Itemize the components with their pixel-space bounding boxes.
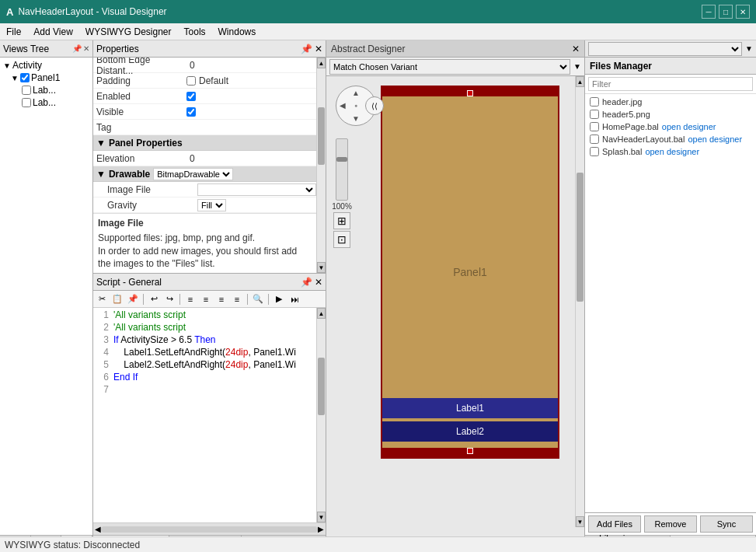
variant-arrow[interactable]: ▼ — [573, 62, 581, 71]
script-btn-indent2[interactable]: ≡ — [199, 292, 213, 306]
canvas-area[interactable]: Panel1 Label1 Label2 — [381, 79, 584, 540]
properties-vscroll[interactable]: ▲ ▼ — [316, 58, 326, 273]
script-btn-run[interactable]: ▶ — [272, 292, 286, 306]
script-btn-indent3[interactable]: ≡ — [214, 292, 228, 306]
nav-cell-w[interactable]: ◀ — [336, 100, 350, 113]
files-top-expand[interactable]: ▼ — [745, 44, 753, 53]
prop-scroll-down[interactable]: ▼ — [317, 262, 326, 273]
app-icon: A — [6, 6, 13, 18]
designer-scroll-up[interactable]: ▲ — [576, 76, 584, 87]
script-btn-step[interactable]: ⏭ — [287, 292, 301, 306]
designer-scroll-track[interactable] — [576, 87, 584, 516]
designer-scroll-down[interactable]: ▼ — [576, 516, 584, 527]
menu-add-view[interactable]: Add View — [27, 25, 78, 39]
script-scroll-track[interactable] — [317, 319, 326, 512]
label1-bar[interactable]: Label1 — [382, 398, 558, 418]
script-hscroll[interactable] — [101, 526, 318, 533]
nav-cell-n[interactable]: ▲ — [350, 86, 363, 100]
prop-dropdown-image-file[interactable] — [197, 183, 316, 196]
menu-wysiwyg[interactable]: WYSIWYG Designer — [79, 25, 178, 39]
files-filter-input[interactable] — [588, 77, 753, 91]
file-item-header5png[interactable]: header5.png — [585, 108, 756, 121]
zoom-fit-button[interactable]: ⊞ — [333, 212, 350, 229]
prop-scroll-track[interactable] — [317, 68, 326, 262]
file-item-headerjpg[interactable]: header.jpg — [585, 96, 756, 108]
minimize-button[interactable]: ─ — [702, 5, 716, 19]
menu-file[interactable]: File — [0, 25, 27, 39]
tree-checkbox-panel1[interactable] — [20, 73, 30, 82]
prop-checkbox-visible[interactable] — [186, 107, 196, 117]
file-checkbox-header5png[interactable] — [590, 110, 599, 119]
script-btn-search[interactable]: 🔍 — [251, 292, 265, 306]
file-checkbox-headerjpg[interactable] — [590, 97, 599, 107]
sync-button[interactable]: Sync — [700, 515, 753, 533]
tree-item-label2[interactable]: Lab... — [0, 96, 92, 109]
prop-value-elevation: 0 — [186, 153, 316, 164]
tree-item-activity[interactable]: ▼ Activity — [0, 59, 92, 72]
script-scroll-up[interactable]: ▲ — [317, 308, 326, 319]
activity-handle-top[interactable] — [467, 90, 473, 96]
prop-section-expand-panel: ▼ — [96, 138, 106, 148]
script-vscroll[interactable]: ▲ ▼ — [316, 308, 326, 522]
file-checkbox-homepage[interactable] — [590, 122, 599, 131]
script-btn-indent1[interactable]: ≡ — [183, 292, 197, 306]
variant-select[interactable]: Match Chosen Variant — [329, 59, 570, 75]
nav-cell-center[interactable]: ● — [350, 100, 363, 113]
views-tree-pin-icon[interactable]: 📌 — [72, 44, 82, 53]
tree-checkbox-label1[interactable] — [22, 86, 31, 95]
script-hscroll-wrap[interactable]: ◀ ▶ — [93, 522, 326, 535]
script-hscroll-left[interactable]: ◀ — [95, 525, 101, 533]
script-pin-icon[interactable]: 📌 — [301, 277, 312, 288]
prop-dropdown-drawable[interactable]: BitmapDrawable — [153, 168, 233, 180]
files-top-select[interactable] — [588, 42, 742, 56]
maximize-button[interactable]: □ — [719, 5, 733, 19]
file-item-navheader[interactable]: NavHeaderLayout.bal open designer — [585, 133, 756, 145]
tree-item-panel1[interactable]: ▼ Panel1 — [0, 72, 92, 84]
zoom-slider[interactable] — [336, 138, 348, 201]
prop-checkbox-padding[interactable] — [186, 76, 196, 86]
tree-item-label1[interactable]: Lab... — [0, 84, 92, 96]
file-item-splash[interactable]: Splash.bal open designer — [585, 145, 756, 158]
views-tree-close-icon[interactable]: ✕ — [83, 44, 89, 53]
designer-vscroll[interactable]: ▲ ▼ — [575, 76, 584, 527]
prop-checkbox-enabled[interactable] — [186, 92, 196, 101]
script-btn-paste[interactable]: 📌 — [126, 292, 140, 306]
prop-scroll-up[interactable]: ▲ — [317, 58, 326, 68]
views-tree-content: ▼ Activity ▼ Panel1 Lab... Lab... — [0, 58, 92, 535]
menu-windows[interactable]: Windows — [212, 25, 263, 39]
menu-tools[interactable]: Tools — [178, 25, 212, 39]
close-button[interactable]: ✕ — [736, 5, 750, 19]
properties-pin-icon[interactable]: 📌 — [301, 44, 312, 54]
nav-cell-s[interactable]: ▼ — [350, 112, 363, 125]
image-file-note-title: Image File — [98, 217, 312, 230]
file-link-navheader[interactable]: open designer — [688, 135, 742, 144]
script-btn-cut[interactable]: ✂ — [95, 292, 109, 306]
designer-scroll-thumb — [577, 173, 584, 302]
label2-bar[interactable]: Label2 — [382, 421, 558, 442]
properties-close-icon[interactable]: ✕ — [315, 44, 322, 54]
designer-header-close[interactable]: ✕ — [572, 44, 580, 54]
zoom-actual-button[interactable]: ⊡ — [333, 231, 350, 248]
remove-button[interactable]: Remove — [644, 515, 697, 533]
prop-dropdown-gravity[interactable]: Fill — [197, 199, 226, 211]
script-hscroll-right[interactable]: ▶ — [318, 525, 324, 533]
script-btn-undo[interactable]: ↩ — [147, 292, 161, 306]
nav-arrows: ▲ ◀ ● ▶ ▼ ⟨⟨ — [333, 82, 379, 129]
file-checkbox-splash[interactable] — [590, 147, 599, 156]
file-item-homepagebalbind[interactable]: HomePage.bal open designer — [585, 121, 756, 133]
file-checkbox-navheader[interactable] — [590, 135, 599, 144]
script-close-icon[interactable]: ✕ — [315, 277, 322, 288]
activity-handle-bottom[interactable] — [467, 448, 473, 454]
tree-checkbox-label2[interactable] — [22, 98, 31, 107]
add-files-button[interactable]: Add Files — [588, 515, 641, 533]
script-btn-indent4[interactable]: ≡ — [230, 292, 244, 306]
file-link-splash[interactable]: open designer — [645, 147, 699, 156]
nav-back-button[interactable]: ⟨⟨ — [365, 96, 384, 115]
prop-value-bottom-edge: 0 — [186, 60, 316, 71]
script-btn-copy[interactable]: 📋 — [110, 292, 124, 306]
file-link-homepage[interactable]: open designer — [662, 122, 716, 131]
script-scroll-down[interactable]: ▼ — [317, 512, 326, 522]
files-manager-header: Files Manager — [585, 58, 756, 75]
script-content[interactable]: 1 'All variants script 2 'All variants s… — [93, 308, 316, 522]
script-btn-redo[interactable]: ↪ — [162, 292, 176, 306]
